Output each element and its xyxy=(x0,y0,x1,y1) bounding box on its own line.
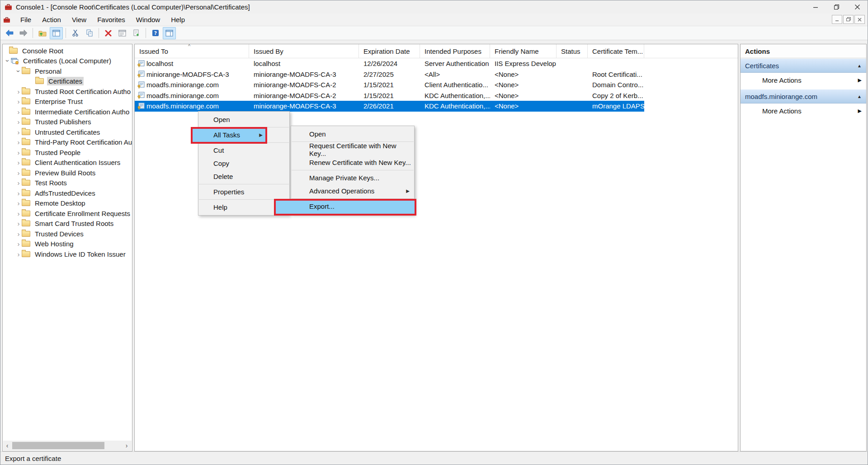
tree-item-console-root[interactable]: Console Root xyxy=(3,46,132,56)
forward-button[interactable] xyxy=(17,27,30,39)
chevron-collapsed-icon[interactable]: › xyxy=(15,220,22,227)
cut-button[interactable] xyxy=(69,27,82,39)
column-status[interactable]: Status xyxy=(557,44,588,58)
chevron-collapsed-icon[interactable]: › xyxy=(15,250,22,258)
column-friendly-name[interactable]: Friendly Name xyxy=(490,44,557,58)
column-certificate-template[interactable]: Certificate Tem... xyxy=(588,44,644,58)
tree-item-client-auth-issuers[interactable]: ›Client Authentication Issuers xyxy=(3,158,132,168)
chevron-expanded-icon[interactable]: › xyxy=(15,68,23,74)
tree-item-trusted-devices[interactable]: ›Trusted Devices xyxy=(3,229,132,239)
actions-section-certificates[interactable]: Certificates ▲ xyxy=(741,58,866,73)
context-cut[interactable]: Cut xyxy=(198,144,289,157)
chevron-collapsed-icon[interactable]: › xyxy=(15,88,22,95)
more-actions-moadfs[interactable]: More Actions ▶ xyxy=(741,103,866,118)
chevron-collapsed-icon[interactable]: › xyxy=(15,98,22,105)
chevron-collapsed-icon[interactable]: › xyxy=(15,108,22,116)
submenu-manage-private-keys[interactable]: Manage Private Keys... xyxy=(291,171,414,184)
back-button[interactable] xyxy=(3,27,16,39)
context-all-tasks[interactable]: All Tasks ▶ xyxy=(198,128,289,141)
chevron-collapsed-icon[interactable]: › xyxy=(15,199,22,207)
tree-item-remote-desktop[interactable]: ›Remote Desktop xyxy=(3,198,132,209)
tree-item-web-hosting[interactable]: ›Web Hosting xyxy=(3,239,132,249)
tree-item-intermediate[interactable]: ›Intermediate Certification Autho xyxy=(3,107,132,117)
tree-item-third-party-root[interactable]: ›Third-Party Root Certification Au xyxy=(3,137,132,148)
column-expiration-date[interactable]: Expiration Date xyxy=(359,44,420,58)
column-issued-by[interactable]: Issued By xyxy=(249,44,359,58)
certificate-row-selected[interactable]: moadfs.miniorange.com miniorange-MOADFS-… xyxy=(135,101,644,112)
chevron-expanded-icon[interactable]: › xyxy=(4,58,12,64)
submenu-renew-certificate[interactable]: Renew Certificate with New Key... xyxy=(291,156,414,169)
certificate-row[interactable]: localhost localhost 12/26/2024 Server Au… xyxy=(135,58,644,69)
tree-item-cert-enrollment-requests[interactable]: ›Certificate Enrollment Requests xyxy=(3,208,132,219)
tree-item-test-roots[interactable]: ›Test Roots xyxy=(3,178,132,188)
certificate-row[interactable]: moadfs.miniorange.com miniorange-MOADFS-… xyxy=(135,90,644,101)
up-one-level-button[interactable] xyxy=(36,27,49,39)
chevron-collapsed-icon[interactable]: › xyxy=(15,169,22,177)
chevron-collapsed-icon[interactable]: › xyxy=(15,149,22,156)
child-minimize-icon xyxy=(835,18,839,22)
folder-icon xyxy=(22,200,30,206)
actions-section-moadfs[interactable]: moadfs.miniorange.com ▲ xyxy=(741,89,866,103)
collapse-icon[interactable]: ▲ xyxy=(857,94,862,99)
show-action-pane-button[interactable] xyxy=(163,27,176,39)
chevron-collapsed-icon[interactable]: › xyxy=(15,240,22,248)
child-minimize-button[interactable] xyxy=(832,15,842,24)
certificate-row[interactable]: miniorange-MOADFS-CA-3 miniorange-MOADFS… xyxy=(135,69,644,80)
tree-item-certificates-local-computer[interactable]: ›Certificates (Local Computer) xyxy=(3,56,132,66)
chevron-collapsed-icon[interactable]: › xyxy=(15,159,22,166)
menu-favorites[interactable]: Favorites xyxy=(92,14,131,25)
submenu-open[interactable]: Open xyxy=(291,127,414,141)
submenu-advanced-operations[interactable]: Advanced Operations▶ xyxy=(291,184,414,197)
tree-item-preview-build-roots[interactable]: ›Preview Build Roots xyxy=(3,168,132,178)
tree-horizontal-scrollbar[interactable]: ‹ › xyxy=(3,441,132,451)
column-intended-purposes[interactable]: Intended Purposes xyxy=(420,44,490,58)
export-list-button[interactable] xyxy=(130,27,143,39)
context-open[interactable]: Open xyxy=(198,113,289,126)
help-button[interactable]: ? xyxy=(149,27,162,39)
properties-button[interactable] xyxy=(116,27,129,39)
show-console-tree-button[interactable] xyxy=(50,27,63,39)
scrollbar-thumb[interactable] xyxy=(12,442,104,449)
tree-item-trusted-people[interactable]: ›Trusted People xyxy=(3,147,132,158)
certificate-row[interactable]: moadfs.miniorange.com miniorange-MOADFS-… xyxy=(135,80,644,90)
tree-item-trusted-root[interactable]: ›Trusted Root Certification Autho xyxy=(3,86,132,97)
menu-file[interactable]: File xyxy=(15,14,37,25)
close-button[interactable] xyxy=(847,0,868,14)
chevron-collapsed-icon[interactable]: › xyxy=(15,138,22,146)
child-close-button[interactable] xyxy=(854,15,865,24)
submenu-export[interactable]: Export... xyxy=(291,200,414,213)
chevron-collapsed-icon[interactable]: › xyxy=(15,128,22,136)
chevron-collapsed-icon[interactable]: › xyxy=(15,189,22,197)
chevron-collapsed-icon[interactable]: › xyxy=(15,179,22,187)
more-actions-certificates[interactable]: More Actions ▶ xyxy=(741,73,866,88)
tree-item-trusted-publishers[interactable]: ›Trusted Publishers xyxy=(3,117,132,127)
tree-item-enterprise-trust[interactable]: ›Enterprise Trust xyxy=(3,97,132,107)
child-restore-button[interactable] xyxy=(843,15,854,24)
tree-item-windows-live-id[interactable]: ›Windows Live ID Token Issuer xyxy=(3,249,132,259)
chevron-collapsed-icon[interactable]: › xyxy=(15,210,22,217)
tree-item-personal[interactable]: ›Personal xyxy=(3,66,132,76)
menu-view[interactable]: View xyxy=(66,14,92,25)
restore-button[interactable] xyxy=(826,0,847,14)
tree-item-smart-card-trusted-roots[interactable]: ›Smart Card Trusted Roots xyxy=(3,219,132,229)
menu-help[interactable]: Help xyxy=(165,14,190,25)
context-copy[interactable]: Copy xyxy=(198,157,289,170)
chevron-collapsed-icon[interactable]: › xyxy=(15,118,22,126)
tree-item-untrusted-certificates[interactable]: ›Untrusted Certificates xyxy=(3,127,132,137)
scroll-left-icon[interactable]: ‹ xyxy=(3,442,11,449)
chevron-collapsed-icon[interactable]: › xyxy=(15,230,22,238)
column-issued-to[interactable]: Issued To xyxy=(135,44,249,58)
menu-action[interactable]: Action xyxy=(37,14,66,25)
submenu-request-certificate[interactable]: Request Certificate with New Key... xyxy=(291,143,414,156)
context-properties[interactable]: Properties xyxy=(198,185,289,198)
tree-item-certificates[interactable]: Certificates xyxy=(3,76,132,87)
tree-item-adfstrusteddevices[interactable]: ›AdfsTrustedDevices xyxy=(3,188,132,198)
copy-button[interactable] xyxy=(83,27,96,39)
actions-pane-title: Actions xyxy=(741,44,866,58)
delete-button[interactable] xyxy=(102,27,115,39)
collapse-icon[interactable]: ▲ xyxy=(857,63,862,68)
context-delete[interactable]: Delete xyxy=(198,170,289,183)
minimize-button[interactable] xyxy=(805,0,826,14)
scroll-right-icon[interactable]: › xyxy=(123,442,131,449)
menu-window[interactable]: Window xyxy=(131,14,165,25)
